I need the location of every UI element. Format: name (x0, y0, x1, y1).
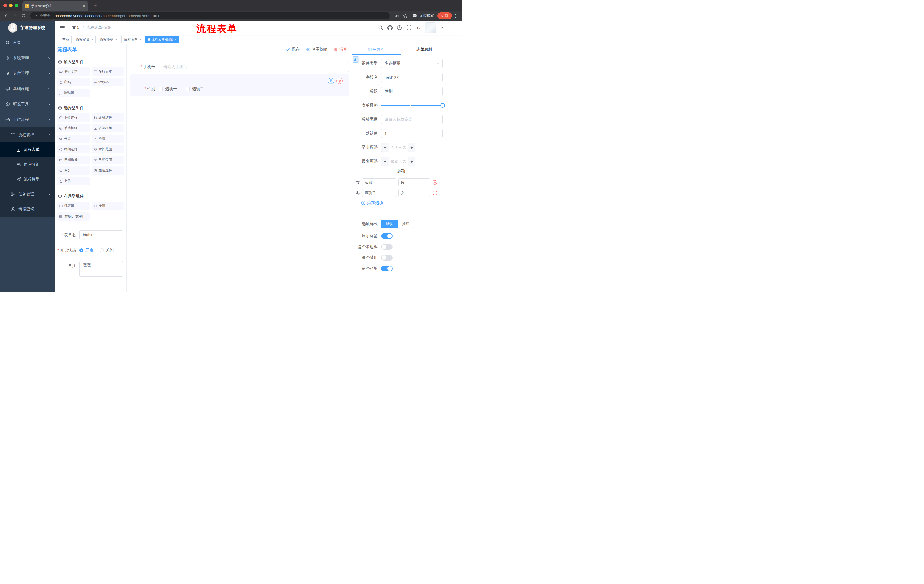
password-key-icon[interactable] (393, 12, 401, 20)
add-option-button[interactable]: 添加选项 (361, 200, 449, 206)
sidebar-item-process-model[interactable]: 流程模型 (0, 172, 55, 187)
palette-item-rate[interactable]: 评分 (58, 166, 90, 174)
sidebar-item-workflow[interactable]: 工作流程 (0, 112, 55, 127)
grid-slider[interactable] (381, 101, 442, 110)
palette-item-cascader[interactable]: 级联选择 (92, 114, 124, 122)
tag-process-definition[interactable]: 流程定义 × (73, 36, 96, 43)
palette-item-time-range[interactable]: 时间范围 (92, 145, 124, 153)
palette-item-switch[interactable]: 开关 (58, 135, 90, 143)
sidebar-item-payment[interactable]: ¥ 支付管理 (0, 66, 55, 81)
required-switch[interactable] (381, 266, 393, 271)
palette-item-single-line-text[interactable]: 单行文本 (58, 67, 90, 76)
address-bar[interactable]: 不安全 dashboard.yudao.iocoder.cn/bpm/manag… (30, 12, 390, 20)
tab-component-props[interactable]: 组件属性 (352, 44, 401, 54)
new-tab-button[interactable]: + (91, 2, 99, 9)
min-select-input[interactable] (389, 143, 408, 152)
form-remark-textarea[interactable]: 嘿嘿 (79, 261, 123, 276)
tag-close-icon[interactable]: × (91, 38, 93, 41)
view-json-button[interactable]: 查看json (306, 47, 327, 52)
palette-item-checkbox-group[interactable]: 多选框组 (92, 124, 124, 132)
palette-item-select[interactable]: 下拉选择 (58, 114, 90, 122)
style-default-button[interactable]: 默认 (381, 220, 398, 228)
delete-component-button[interactable] (337, 78, 343, 84)
title-input[interactable] (381, 87, 442, 96)
palette-item-table[interactable]: 表格[开发中] (58, 212, 90, 220)
tag-process-model[interactable]: 流程模型 × (97, 36, 120, 43)
font-size-icon[interactable]: TT (416, 25, 421, 30)
status-on-radio[interactable]: 开启 (79, 248, 94, 253)
hamburger-icon[interactable] (59, 25, 65, 31)
update-button[interactable]: 更新 (437, 12, 452, 19)
tab-form-props[interactable]: 表单属性 (401, 44, 449, 54)
palette-item-slider[interactable]: 滑块 (92, 135, 124, 143)
phone-field-input[interactable] (159, 62, 349, 72)
tag-process-form-edit[interactable]: 流程表单-编辑 × (145, 36, 179, 43)
palette-item-editor[interactable]: 编辑器 (58, 89, 90, 97)
option1-value-input[interactable] (398, 178, 430, 186)
field-name-input[interactable] (381, 73, 442, 82)
breadcrumb-home[interactable]: 首页 (72, 25, 80, 30)
window-minimize-button[interactable] (9, 4, 13, 7)
copy-component-button[interactable] (328, 78, 334, 84)
back-button[interactable] (2, 12, 10, 20)
link-icon[interactable] (353, 56, 359, 63)
palette-item-multi-line-text[interactable]: 多行文本 (92, 67, 124, 76)
sidebar-item-system[interactable]: 系统管理 (0, 50, 55, 66)
style-button-button[interactable]: 按钮 (398, 220, 414, 228)
component-type-select[interactable]: 多选框组 (381, 59, 442, 68)
save-button[interactable]: 保存 (286, 47, 300, 52)
status-off-radio[interactable]: 关闭 (100, 248, 114, 253)
drag-handle-icon[interactable] (355, 180, 360, 184)
sidebar-item-process-form[interactable]: 流程表单 (0, 142, 55, 157)
search-icon[interactable] (378, 25, 383, 30)
gender-option2-checkbox[interactable]: 选项二 (186, 86, 204, 91)
tag-close-icon[interactable]: × (139, 38, 141, 41)
tag-process-form[interactable]: 流程表单 × (121, 36, 144, 43)
palette-item-color-picker[interactable]: 颜色选择 (92, 166, 124, 174)
clear-button[interactable]: 清空 (333, 47, 347, 52)
phone-field-row[interactable]: 手机号 (130, 62, 349, 72)
slider-track[interactable] (381, 105, 442, 106)
palette-item-row-container[interactable]: 行容器 (58, 202, 90, 210)
palette-item-radio-group[interactable]: 单选框组 (58, 124, 90, 132)
palette-item-counter[interactable]: 123计数器 (92, 78, 124, 86)
sidebar-item-dev-tools[interactable]: 研发工具 (0, 97, 55, 112)
palette-item-time-picker[interactable]: 时间选择 (58, 145, 90, 153)
tag-close-icon[interactable]: × (175, 38, 177, 41)
option2-value-input[interactable] (398, 189, 430, 197)
palette-item-date-range[interactable]: 日期范围 (92, 156, 124, 164)
window-zoom-button[interactable] (15, 4, 18, 7)
remove-option-button[interactable] (432, 180, 437, 185)
label-width-input[interactable] (381, 115, 442, 124)
forward-button[interactable] (11, 12, 18, 20)
gender-option1-checkbox[interactable]: 选项一 (159, 86, 177, 91)
help-icon[interactable] (397, 25, 402, 30)
plus-button[interactable]: + (408, 157, 415, 166)
tag-home[interactable]: 首页 (60, 36, 72, 43)
border-switch[interactable] (381, 244, 393, 250)
sidebar-item-process-management[interactable]: 流程管理 (0, 127, 55, 142)
tag-close-icon[interactable]: × (115, 38, 117, 41)
minus-button[interactable]: − (381, 143, 389, 152)
fullscreen-icon[interactable] (406, 25, 411, 30)
gender-field-block-selected[interactable]: 性别 选项一 选项二 (130, 74, 349, 96)
default-value-input[interactable] (381, 129, 442, 138)
sidebar-item-user-group[interactable]: 用户分组 (0, 157, 55, 172)
sidebar-item-leave-query[interactable]: 请假查询 (0, 202, 55, 217)
browser-tab[interactable]: 芋道管理系统 × (22, 1, 88, 11)
sidebar-item-task-management[interactable]: 任务管理 (0, 187, 55, 202)
palette-item-upload[interactable]: 上传 (58, 177, 90, 185)
github-icon[interactable] (388, 25, 393, 30)
form-name-input[interactable] (79, 230, 123, 239)
sidebar-item-home[interactable]: 首页 (0, 35, 55, 50)
palette-item-password[interactable]: 密码 (58, 78, 90, 86)
palette-item-date-picker[interactable]: 日期选择 (58, 156, 90, 164)
minus-button[interactable]: − (381, 157, 389, 166)
user-avatar[interactable] (425, 22, 436, 33)
option2-label-input[interactable] (362, 189, 396, 197)
palette-item-button[interactable]: 按钮 (92, 202, 124, 210)
avatar-caret-icon[interactable] (440, 26, 443, 29)
security-label[interactable]: 不安全 (40, 13, 51, 18)
tab-close-icon[interactable]: × (83, 4, 85, 8)
remove-option-button[interactable] (432, 190, 437, 196)
